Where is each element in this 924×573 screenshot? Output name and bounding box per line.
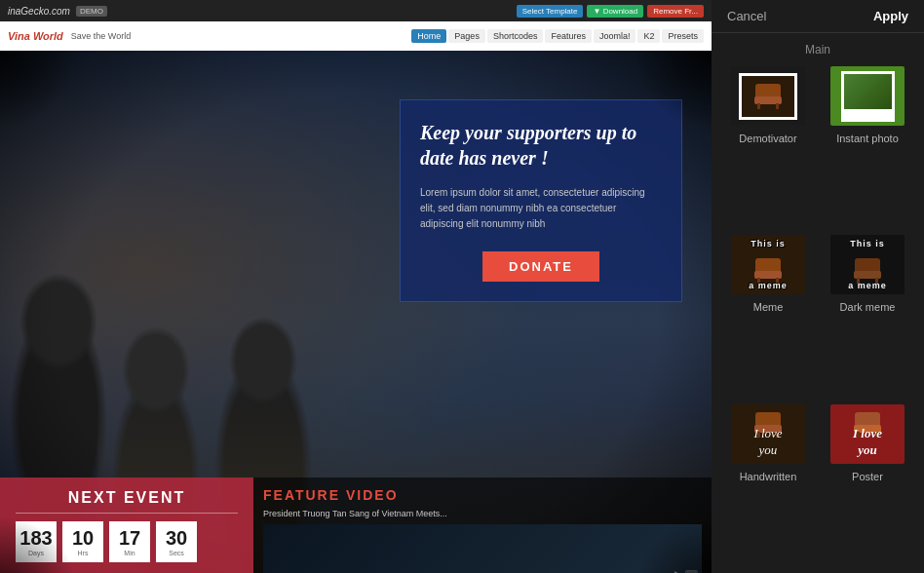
template-item-demotivator[interactable]: Demotivator: [723, 64, 813, 223]
photo-inner: [844, 74, 892, 109]
dark-meme-text-top: This is: [830, 239, 905, 248]
days-value: 183: [19, 527, 52, 550]
template-thumb-meme[interactable]: This is a meme: [729, 233, 807, 296]
poster-text: I loveyou: [853, 426, 882, 459]
video-caption: President Truong Tan Sang of Vietnam Mee…: [263, 509, 702, 518]
video-word: VIDEO: [346, 487, 399, 503]
template-thumb-handwritten[interactable]: I loveyou: [729, 402, 807, 466]
video-thumbnail: ▶ ⌨: [263, 524, 702, 573]
donate-button[interactable]: DONATE: [482, 251, 599, 282]
site-name: inaGecko.com: [8, 6, 70, 17]
nav-features[interactable]: Features: [545, 29, 592, 43]
section-label: Main: [712, 33, 924, 64]
chair-icon-meme: [753, 258, 783, 284]
remove-btn[interactable]: Remove Fr...: [647, 5, 704, 18]
countdown-hrs: 10 Hrs: [62, 521, 103, 562]
nav-shortcodes[interactable]: Shortcodes: [487, 29, 544, 43]
site-tagline: Save the World: [71, 31, 131, 41]
secs-value: 30: [166, 527, 187, 550]
site-header: Vina World Save the World Home Pages Sho…: [0, 21, 712, 51]
meme-text-top: This is: [731, 239, 805, 248]
template-item-poster[interactable]: I loveyou Poster: [823, 402, 912, 561]
body-text: Lorem ipsum dolor sit amet, consectetuer…: [420, 185, 662, 232]
template-item-meme[interactable]: This is a meme Meme: [723, 233, 813, 392]
template-item-dark-meme[interactable]: This is a meme Dark meme: [823, 233, 912, 392]
nav-k2[interactable]: K2: [637, 29, 660, 43]
top-bar: Cancel Apply: [712, 0, 924, 33]
mins-value: 17: [119, 527, 140, 550]
chair-icon: [753, 84, 783, 109]
hrs-label: Hrs: [78, 550, 89, 556]
next-event-section: NEXT EVENT 183 Days 10 Hrs 17 Min: [0, 478, 253, 573]
hrs-value: 10: [72, 527, 94, 550]
secs-label: Secs: [169, 550, 184, 556]
nav-presets[interactable]: Presets: [662, 29, 704, 43]
template-label-dark-meme: Dark meme: [840, 301, 896, 313]
nav-home[interactable]: Home: [411, 29, 446, 43]
template-thumb-demotivator[interactable]: [729, 64, 807, 128]
countdown-secs: 30 Secs: [156, 521, 197, 562]
template-item-instant-photo[interactable]: Instant photo: [823, 64, 912, 223]
headline: Keep your supporters up to date has neve…: [420, 120, 662, 171]
countdown: 183 Days 10 Hrs 17 Min 30: [16, 521, 238, 562]
template-label-poster: Poster: [852, 471, 883, 482]
top-buttons: Select Template ▼ Download Remove Fr...: [517, 5, 704, 18]
template-thumb-instant-photo[interactable]: [828, 64, 906, 128]
template-thumb-poster[interactable]: I loveyou: [828, 402, 906, 466]
site-nav: Home Pages Shortcodes Features Joomla! K…: [411, 29, 704, 43]
feature-word: FEATURE: [263, 487, 340, 503]
preview-main: Keep your supporters up to date has neve…: [0, 51, 712, 573]
nav-pages[interactable]: Pages: [448, 29, 485, 43]
template-label-meme: Meme: [753, 301, 784, 313]
feature-video-label: FEATURE VIDEO: [263, 487, 702, 503]
download-btn[interactable]: ▼ Download: [587, 5, 643, 18]
dark-meme-text-bottom: a meme: [830, 281, 905, 290]
template-thumb-dark-meme[interactable]: This is a meme: [828, 233, 906, 296]
site-logo: Vina World: [8, 30, 63, 42]
days-label: Days: [28, 550, 44, 556]
select-template-btn[interactable]: Select Template: [517, 5, 584, 18]
countdown-mins: 17 Min: [109, 521, 150, 562]
handwritten-text: I loveyou: [753, 426, 782, 459]
template-label-instant-photo: Instant photo: [836, 133, 899, 144]
preview-panel: inaGecko.com DEMO Select Template ▼ Down…: [0, 0, 712, 573]
demo-badge: DEMO: [76, 6, 107, 17]
cancel-button[interactable]: Cancel: [727, 9, 766, 23]
chair-icon-dark-meme: [853, 258, 882, 284]
mins-label: Min: [124, 550, 135, 556]
template-label-handwritten: Handwritten: [740, 471, 797, 482]
site-top-bar: inaGecko.com DEMO Select Template ▼ Down…: [0, 0, 712, 21]
feature-video-section: FEATURE VIDEO President Truong Tan Sang …: [253, 478, 712, 573]
preview-image: inaGecko.com DEMO Select Template ▼ Down…: [0, 0, 712, 573]
meme-text-bottom: a meme: [731, 281, 805, 290]
next-event-label: NEXT EVENT: [16, 489, 238, 514]
countdown-days: 183 Days: [16, 521, 57, 562]
preview-bottom: NEXT EVENT 183 Days 10 Hrs 17 Min: [0, 478, 712, 573]
nav-joomla[interactable]: Joomla!: [594, 29, 636, 43]
templates-grid: Demotivator Instant photo This is: [712, 64, 924, 573]
template-item-handwritten[interactable]: I loveyou Handwritten: [723, 402, 813, 561]
apply-button[interactable]: Apply: [873, 9, 908, 23]
content-box: Keep your supporters up to date has neve…: [400, 99, 682, 302]
template-label-demotivator: Demotivator: [739, 133, 796, 144]
